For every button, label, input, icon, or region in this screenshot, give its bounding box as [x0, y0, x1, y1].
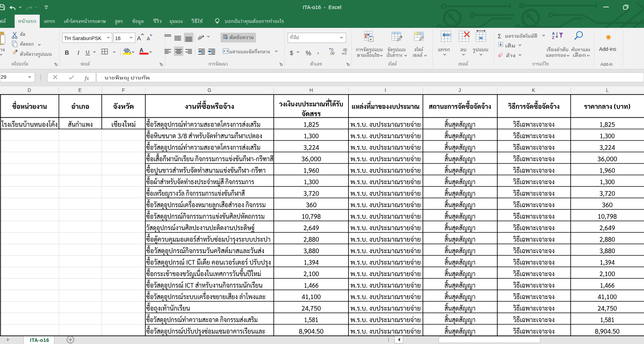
svg-text:A: A	[137, 35, 141, 42]
svg-text:TH SarabunPSK: TH SarabunPSK	[64, 36, 102, 41]
svg-text:≠: ≠	[370, 37, 372, 41]
svg-text:fx: fx	[85, 75, 89, 81]
svg-text:B: B	[65, 49, 69, 56]
svg-text:ab: ab	[196, 34, 203, 41]
svg-text:A: A	[552, 31, 555, 36]
svg-text:16: 16	[115, 36, 121, 41]
svg-text:$: $	[290, 50, 293, 56]
svg-text:.00: .00	[330, 52, 335, 55]
svg-text:I: I	[77, 49, 80, 56]
svg-text:A: A	[147, 36, 150, 41]
svg-text:Z: Z	[552, 36, 554, 40]
svg-text:U: U	[86, 49, 90, 55]
svg-text:%: %	[306, 50, 311, 57]
svg-text:Σ: Σ	[498, 33, 501, 40]
svg-text:A: A	[139, 47, 144, 53]
svg-text:.0: .0	[344, 52, 347, 55]
svg-text:,: ,	[317, 47, 319, 55]
